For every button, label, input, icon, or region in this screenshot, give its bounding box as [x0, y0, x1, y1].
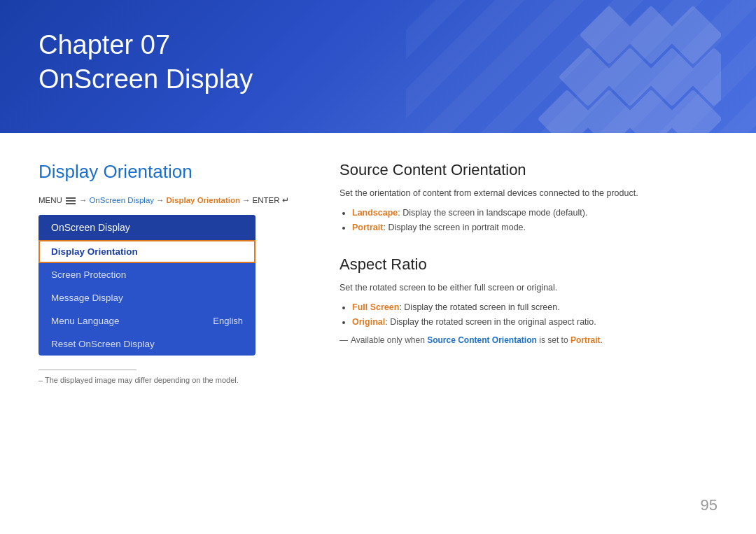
breadcrumb-enter: ENTER ↵ — [253, 195, 289, 205]
left-column: Display Orientation MENU → OnScreen Disp… — [38, 161, 298, 384]
menu-item-menu-language[interactable]: Menu Language English — [38, 309, 255, 332]
footnote-divider — [38, 370, 136, 370]
bullet-highlight: Original — [352, 317, 385, 327]
bullet-original: Original: Display the rotated screen in … — [352, 315, 718, 330]
left-section-title: Display Orientation — [38, 161, 298, 183]
page-header: Chapter 07 OnScreen Display — [0, 0, 756, 133]
breadcrumb: MENU → OnScreen Display → Display Orient… — [38, 195, 298, 205]
note-highlight1: Source Content Orientation — [427, 335, 537, 345]
bullet-highlight: Portrait — [352, 223, 383, 232]
breadcrumb-arrow2: → — [156, 196, 164, 204]
osd-menu-header: OnScreen Display — [38, 215, 255, 240]
menu-item-reset-osd[interactable]: Reset OnScreen Display — [38, 332, 255, 356]
chapter-line: Chapter 07 — [38, 28, 718, 62]
section1-desc: Set the orientation of content from exte… — [340, 186, 718, 200]
header-title: Chapter 07 OnScreen Display — [38, 28, 718, 97]
bullet-fullscreen: Full Screen: Display the rotated screen … — [352, 300, 718, 315]
footnote-dash: – — [38, 376, 45, 384]
breadcrumb-arrow3: → — [242, 196, 251, 204]
menu-item-value: English — [213, 316, 243, 326]
note-text: Available only when Source Content Orien… — [351, 335, 603, 345]
breadcrumb-arrow1: → — [79, 196, 88, 204]
note-dash: ― — [340, 335, 348, 345]
section2-bullets: Full Screen: Display the rotated screen … — [352, 300, 718, 330]
subtitle-line: OnScreen Display — [38, 62, 718, 97]
breadcrumb-step2: Display Orientation — [167, 196, 240, 204]
osd-menu: OnScreen Display Display Orientation Scr… — [38, 215, 255, 356]
breadcrumb-step1: OnScreen Display — [89, 196, 154, 204]
section2-heading: Aspect Ratio — [340, 255, 718, 274]
page-number: 95 — [701, 496, 718, 514]
menu-item-label: Display Orientation — [51, 246, 138, 257]
section2-note: ― Available only when Source Content Ori… — [340, 335, 718, 345]
menu-item-display-orientation[interactable]: Display Orientation — [38, 240, 255, 263]
menu-item-label: Screen Protection — [51, 269, 126, 280]
menu-icon — [66, 197, 76, 204]
bullet-portrait: Portrait: Display the screen in portrait… — [352, 220, 718, 235]
menu-item-label: Menu Language — [51, 316, 120, 326]
menu-item-label: Message Display — [51, 293, 123, 303]
bullet-highlight: Full Screen — [352, 302, 399, 312]
bullet-landscape: Landscape: Display the screen in landsca… — [352, 206, 718, 220]
note-highlight2: Portrait — [570, 335, 601, 345]
breadcrumb-menu: MENU — [38, 196, 62, 204]
footnote-text: – The displayed image may differ dependi… — [38, 376, 298, 384]
section1-bullets: Landscape: Display the screen in landsca… — [352, 206, 718, 236]
section2-desc: Set the rotated screen to be either full… — [340, 281, 718, 295]
right-column: Source Content Orientation Set the orien… — [340, 161, 718, 384]
section1-heading: Source Content Orientation — [340, 161, 718, 179]
main-content: Display Orientation MENU → OnScreen Disp… — [0, 133, 756, 405]
menu-item-screen-protection[interactable]: Screen Protection — [38, 263, 255, 286]
menu-item-label: Reset OnScreen Display — [51, 339, 155, 349]
menu-item-message-display[interactable]: Message Display — [38, 286, 255, 309]
bullet-highlight: Landscape — [352, 208, 398, 218]
